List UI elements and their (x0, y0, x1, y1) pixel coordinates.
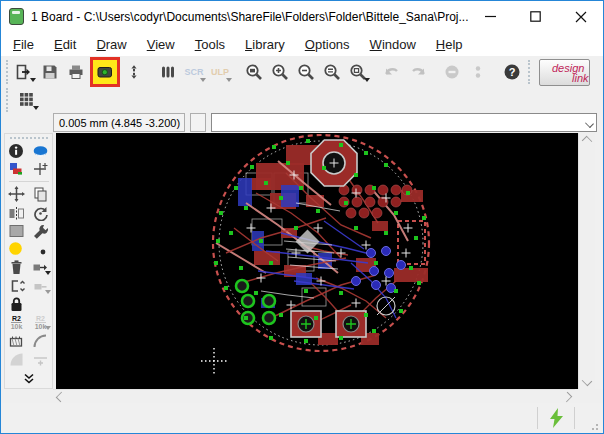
menu-tools[interactable]: Tools (185, 35, 235, 54)
resize-grip[interactable] (591, 421, 600, 430)
tool-copy-button[interactable] (31, 185, 50, 203)
updown-icon (125, 63, 143, 81)
tool-split-button[interactable] (31, 350, 50, 368)
sidebar-tool-row (7, 142, 50, 160)
close-button[interactable] (558, 1, 603, 32)
grid-button[interactable] (14, 87, 40, 113)
app-window: 1 Board - C:\Users\codyr\Documents\Share… (0, 0, 604, 434)
zoomout-button[interactable] (293, 59, 319, 85)
open-button[interactable] (11, 59, 37, 85)
drc-check-button[interactable] (538, 405, 574, 431)
empty-cell (31, 295, 50, 313)
tool-name-button[interactable]: R210k (7, 313, 26, 331)
columns-icon (159, 63, 177, 81)
lock-icon (8, 296, 25, 312)
menu-edit[interactable]: Edit (44, 35, 86, 54)
minimize-button[interactable] (468, 1, 513, 32)
tool-arc-button[interactable] (7, 350, 26, 368)
main-area: R210kR210k (1, 133, 603, 389)
save-icon (41, 63, 59, 81)
tool-move-button[interactable] (7, 185, 26, 203)
scroll-left-icon[interactable] (56, 391, 66, 401)
status-bar (1, 403, 603, 433)
design-link-button[interactable]: designlink (539, 59, 590, 86)
zoomselect-button[interactable] (345, 59, 371, 85)
info-icon (8, 143, 25, 159)
dots-button[interactable] (465, 59, 491, 85)
menu-file[interactable]: File (3, 35, 44, 54)
tool-smash-button[interactable] (7, 332, 26, 350)
menu-window[interactable]: Window (360, 35, 426, 54)
updown-button[interactable] (121, 59, 147, 85)
scr-button[interactable]: SCR (181, 59, 207, 85)
zoomin-button[interactable] (267, 59, 293, 85)
undo-button[interactable] (379, 59, 405, 85)
help-button[interactable]: ? (499, 59, 525, 85)
sidebar-tool-row (7, 277, 50, 295)
tool-delete-button[interactable] (7, 258, 26, 276)
window-title: 1 Board - C:\Users\codyr\Documents\Share… (31, 10, 468, 24)
board-button[interactable] (92, 59, 118, 85)
parameter-row: 0.005 mm (4.845 -3.200) (1, 112, 603, 133)
tool-display-button[interactable] (7, 160, 26, 178)
toolbar-drag-handle[interactable] (6, 60, 8, 84)
toolbar-drag-handle[interactable] (6, 88, 11, 112)
redo-button[interactable] (405, 59, 431, 85)
scroll-down-icon[interactable] (582, 376, 592, 386)
tool-change-button[interactable] (31, 222, 50, 240)
tool-rotate-button[interactable] (31, 204, 50, 222)
scroll-up-icon[interactable] (582, 136, 592, 146)
horizontal-scrollbar[interactable] (53, 389, 575, 403)
menu-options[interactable]: Options (295, 35, 360, 54)
command-combobox[interactable] (211, 113, 597, 132)
redo-icon (409, 63, 427, 81)
tool-miter-button[interactable] (31, 332, 50, 350)
sidebar-more-tools-button[interactable] (23, 370, 35, 388)
coordinate-readout: 0.005 mm (4.845 -3.200) (53, 113, 185, 132)
sidebar-tool-row (7, 258, 50, 276)
tool-lock-button[interactable] (7, 295, 26, 313)
delete-icon (8, 259, 25, 275)
menu-view[interactable]: View (137, 35, 185, 54)
stop-icon (443, 63, 461, 81)
tool-route-button[interactable] (7, 277, 26, 295)
sidebar-drag-handle[interactable] (10, 137, 48, 141)
mark-icon (32, 161, 49, 177)
vertical-scrollbar[interactable] (578, 133, 595, 389)
tool-info-button[interactable] (7, 142, 26, 160)
tool-miterdot-button[interactable] (31, 240, 50, 258)
save-button[interactable] (37, 59, 63, 85)
tool-show-button[interactable] (31, 142, 50, 160)
ulp-button[interactable]: ULP (207, 59, 233, 85)
columns-button[interactable] (155, 59, 181, 85)
pcb-canvas[interactable] (56, 133, 578, 389)
menu-draw[interactable]: Draw (86, 35, 136, 54)
title-bar: 1 Board - C:\Users\codyr\Documents\Share… (1, 1, 603, 32)
dots-icon (469, 63, 487, 81)
app-icon (9, 8, 24, 25)
menu-help[interactable]: Help (426, 35, 473, 54)
tool-ripup-button[interactable] (31, 277, 50, 295)
hscroll-row (1, 389, 603, 403)
toolbar-drag-handle[interactable] (528, 60, 530, 84)
maximize-button[interactable] (513, 1, 558, 32)
tool-value-button[interactable]: R210k (31, 313, 50, 331)
zoomfit-button[interactable] (241, 59, 267, 85)
dropdown-arrow-icon (33, 106, 39, 110)
zoomexact-button[interactable] (319, 59, 345, 85)
display-icon (8, 161, 25, 177)
stop-button[interactable] (439, 59, 465, 85)
tool-paint-button[interactable] (7, 240, 26, 258)
tool-group-button[interactable] (7, 222, 26, 240)
tool-pinswap-button[interactable] (31, 258, 50, 276)
menu-library[interactable]: Library (235, 35, 295, 54)
command-input[interactable] (212, 114, 596, 131)
scroll-right-icon[interactable] (562, 391, 572, 401)
dropdown-arrow-icon (226, 78, 232, 82)
undo-icon (383, 63, 401, 81)
tool-mark-button[interactable] (31, 160, 50, 178)
sidebar-tool-row: R210kR210k (7, 313, 50, 331)
print-button[interactable] (63, 59, 89, 85)
tool-mirror-button[interactable] (7, 204, 26, 222)
status-separator (574, 407, 575, 429)
